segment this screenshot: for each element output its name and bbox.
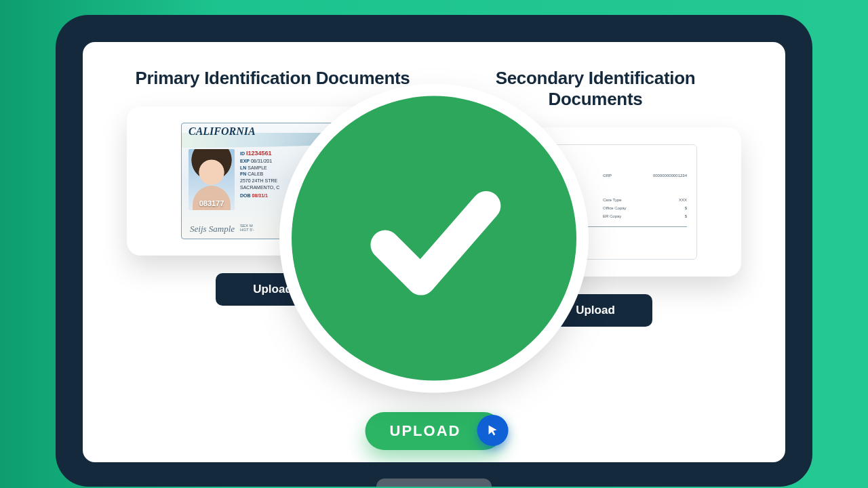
insurance-row1-label: Office Copay xyxy=(603,206,627,210)
license-state: CALIFORNIA xyxy=(189,126,256,137)
license-signature: Seijs Sample xyxy=(190,224,235,233)
secondary-heading: Secondary Identification Documents xyxy=(450,68,741,110)
success-checkmark-icon xyxy=(292,96,576,381)
license-fn-label: FN xyxy=(240,171,246,176)
license-dob-label: DOB xyxy=(240,193,251,198)
license-hgt-value: 5'- xyxy=(250,228,254,232)
license-id-label: ID xyxy=(240,151,245,156)
license-addr1: 2570 24TH STRE xyxy=(240,178,279,184)
license-exp-value: 08/31/201 xyxy=(251,159,272,163)
insurance-row0-label: Care Type xyxy=(603,198,622,202)
license-extra: SEX M HGT 5'- xyxy=(240,224,254,232)
insurance-row0-value: XXX xyxy=(679,198,687,202)
license-ln-value: SAMPLE xyxy=(248,165,267,170)
insurance-row2-value: $ xyxy=(685,214,687,218)
insurance-row2-label: ER Copay xyxy=(603,214,621,218)
submit-wrap: UPLOAD xyxy=(366,412,503,450)
license-photo-number: 083177 xyxy=(189,199,235,207)
license-id-value: I1234561 xyxy=(246,150,272,157)
tablet-home-indicator xyxy=(376,479,492,487)
license-ln-label: LN xyxy=(240,165,246,170)
cursor-icon xyxy=(477,415,508,446)
insurance-grp-value: 000000000001234 xyxy=(653,174,687,178)
license-dob-value: 08/31/1 xyxy=(252,193,268,198)
license-fn-value: CALEB xyxy=(248,171,263,176)
license-exp-label: EXP xyxy=(240,159,250,163)
primary-heading: Primary Identification Documents xyxy=(135,68,410,89)
insurance-grp-label: GRP xyxy=(603,174,612,178)
license-info: ID I1234561 EXP 08/31/201 LN SAMPLE FN C… xyxy=(240,149,279,199)
license-hgt-label: HGT xyxy=(240,228,249,232)
license-addr2: SACRAMENTO, C xyxy=(240,184,279,191)
insurance-row1-value: $ xyxy=(685,206,687,210)
